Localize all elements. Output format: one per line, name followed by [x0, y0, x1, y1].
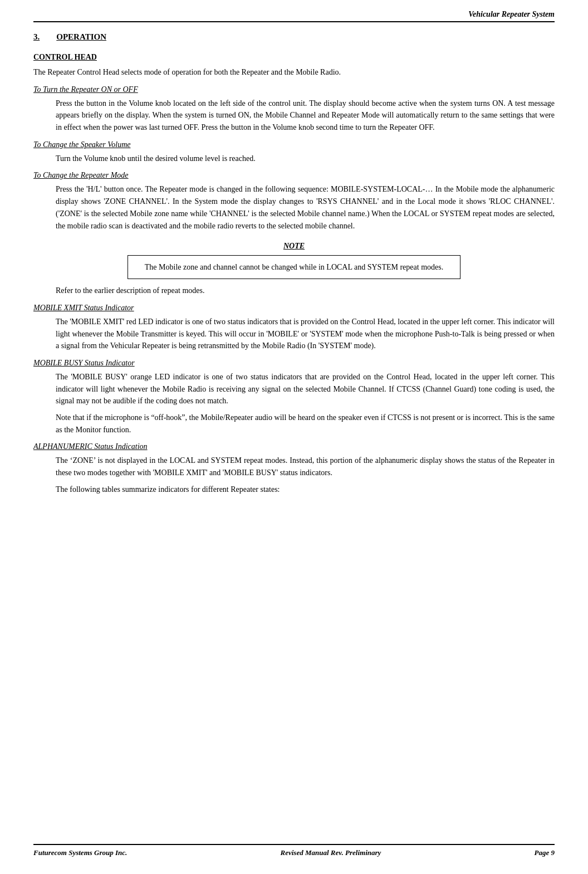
link-turn-on-off: To Turn the Repeater ON or OFF	[33, 85, 555, 94]
section3-row: 3. OPERATION	[33, 32, 555, 47]
section-title: OPERATION	[56, 32, 106, 42]
para-turn-on-off: Press the button in the Volume knob loca…	[56, 97, 555, 134]
page-footer: Futurecom Systems Group Inc. Revised Man…	[33, 844, 555, 857]
para-speaker-volume: Turn the Volume knob until the desired v…	[56, 153, 555, 165]
refer-text: Refer to the earlier description of repe…	[56, 285, 555, 297]
para-alphanumeric-b: The following tables summarize indicator…	[56, 484, 555, 496]
page: Vehicular Repeater System 3. OPERATION C…	[0, 0, 588, 874]
note-label: NOTE	[33, 242, 555, 251]
footer-page: Page 9	[535, 848, 555, 857]
control-head-intro: The Repeater Control Head selects mode o…	[33, 66, 555, 79]
link-mobile-xmit: MOBILE XMIT Status Indicator	[33, 304, 555, 313]
page-header: Vehicular Repeater System	[33, 10, 555, 22]
para-alphanumeric-a: The ‘ZONE’ is not displayed in the LOCAL…	[56, 455, 555, 478]
link-speaker-volume: To Change the Speaker Volume	[33, 140, 555, 149]
para-repeater-mode: Press the 'H/L' button once. The Repeate…	[56, 183, 555, 232]
link-alphanumeric: ALPHANUMERIC Status Indication	[33, 442, 555, 451]
header-title: Vehicular Repeater System	[468, 10, 555, 19]
note-box-text: The Mobile zone and channel cannot be ch…	[145, 263, 443, 271]
para-mobile-xmit: The 'MOBILE XMIT' red LED indicator is o…	[56, 316, 555, 352]
para-mobile-busy-b: Note that if the microphone is “off-hook…	[56, 412, 555, 436]
link-repeater-mode: To Change the Repeater Mode	[33, 171, 555, 180]
para-mobile-busy-a: The 'MOBILE BUSY' orange LED indicator i…	[56, 371, 555, 407]
link-mobile-busy: MOBILE BUSY Status Indicator	[33, 359, 555, 368]
footer-revision: Revised Manual Rev. Preliminary	[281, 848, 381, 857]
control-head-heading: CONTROL HEAD	[33, 53, 555, 62]
note-box: The Mobile zone and channel cannot be ch…	[128, 255, 460, 279]
section-number: 3.	[33, 32, 40, 42]
note-section: NOTE The Mobile zone and channel cannot …	[33, 242, 555, 279]
footer-company: Futurecom Systems Group Inc.	[33, 848, 127, 857]
